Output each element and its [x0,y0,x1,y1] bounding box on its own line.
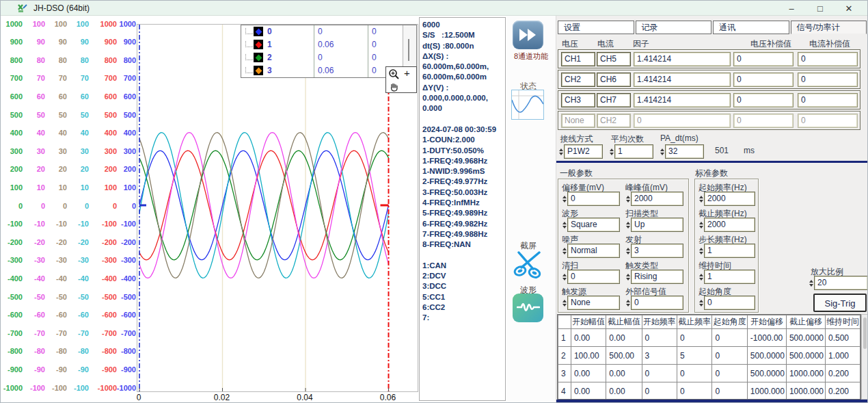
param-截止频率(Hz)-value[interactable]: 2000 [704,218,755,232]
table-cell[interactable]: 5 [677,347,712,365]
spinner-arrows-icon[interactable] [698,270,704,284]
table-cell[interactable]: 0 [642,365,677,382]
spin-down-icon[interactable] [809,284,813,287]
param-波形-value[interactable]: Square [567,218,620,232]
param-清扫-value[interactable]: 0 [567,270,620,284]
param-噪声-value[interactable]: Normal [567,244,620,258]
voltage-comp-input[interactable]: 0 [733,73,794,87]
spin-down-icon[interactable] [699,252,703,255]
param-峰峰值(mV)[interactable]: 2000 [625,192,683,206]
spin-down-icon[interactable] [626,200,630,203]
spin-down-icon[interactable] [699,304,703,307]
spinner-arrows-icon[interactable] [625,192,631,206]
table-cell[interactable]: 0 [712,382,747,400]
legend-row[interactable]: 000 [241,25,416,38]
pa-dt-spinner[interactable]: 32 [659,144,704,159]
spin-up-icon[interactable] [562,274,567,276]
spinner-arrows-icon[interactable] [698,296,704,310]
table-cell[interactable]: 0 [712,329,747,347]
spin-up-icon[interactable] [699,274,703,276]
spinner-arrows-icon[interactable] [561,192,567,206]
table-cell[interactable]: 500.0000 [786,347,825,365]
spin-down-icon[interactable] [562,200,567,203]
table-cell[interactable]: 0.200 [825,382,860,400]
average-count-spinner[interactable]: 1 [608,144,653,159]
param-外部信号值[interactable]: 0 [625,296,683,310]
status-thumbnail-button[interactable] [511,90,544,120]
table-cell[interactable]: 0.00 [571,365,606,382]
spin-up-icon[interactable] [610,148,614,151]
param-噪声[interactable]: Normal [561,244,620,258]
table-cell[interactable]: 0.500 [825,329,860,347]
table-cell[interactable]: -1000.00 [747,329,786,347]
pa-dt-spinner-value[interactable]: 32 [665,144,704,159]
spin-down-icon[interactable] [626,252,630,255]
legend-row[interactable]: 10.060 [241,38,416,51]
table-cell[interactable]: 100.00 [571,347,606,365]
spinner-arrows-icon[interactable] [625,218,631,232]
spinner-arrows-icon[interactable] [561,244,567,258]
param-步长频率(Hz)[interactable]: 1 [698,244,755,258]
spin-up-icon[interactable] [562,248,567,250]
spin-up-icon[interactable] [699,222,703,224]
spin-up-icon[interactable] [562,300,567,302]
spin-down-icon[interactable] [699,226,703,229]
tab-信号/功率计[interactable]: 信号/功率计 [791,21,867,34]
table-cell[interactable]: 0.00 [571,329,606,347]
param-起始角度[interactable]: 0 [698,296,755,310]
param-触发类型-value[interactable]: Rising [631,270,683,284]
param-起始频率(Hz)[interactable]: 2000 [698,192,755,206]
table-cell[interactable]: 1000.000 [786,365,825,382]
pan-hand-icon[interactable] [389,81,400,92]
screenshot-button[interactable] [512,248,545,278]
minimize-button[interactable]: – [777,1,806,16]
spin-down-icon[interactable] [610,153,614,155]
average-count-spinner-value[interactable]: 1 [614,144,653,159]
spinner-arrows-icon[interactable] [561,218,567,232]
param-起始频率(Hz)-value[interactable]: 2000 [704,192,755,206]
table-cell[interactable]: 3 [642,347,677,365]
param-触发源[interactable]: None [561,296,620,310]
table-cell[interactable]: 500.00 [606,347,642,365]
spin-up-icon[interactable] [809,280,813,283]
table-cell[interactable]: 0.00 [606,382,642,400]
spinner-arrows-icon[interactable] [698,244,704,258]
tab-设置[interactable]: 设置 [558,21,634,34]
table-cell[interactable]: 0.00 [606,329,642,347]
voltage-channel-select[interactable]: CH1 [561,52,595,66]
current-comp-input[interactable]: 0 [798,52,858,66]
current-comp-input[interactable]: 0 [798,73,858,87]
factor-input[interactable]: 1.414214 [634,93,731,107]
waveform-button[interactable] [513,294,543,322]
spin-down-icon[interactable] [562,278,567,281]
param-维持时间[interactable]: 1 [698,270,755,284]
param-步长频率(Hz)-value[interactable]: 1 [704,244,755,258]
param-扫描类型[interactable]: Up [625,218,683,232]
spin-down-icon[interactable] [626,226,630,229]
table-cell[interactable]: 500.0000 [747,365,786,382]
spinner-arrows-icon[interactable] [808,276,814,290]
spin-down-icon[interactable] [562,252,567,255]
table-scroll-thumb[interactable] [863,317,867,349]
table-cell[interactable]: 500.0000 [747,347,786,365]
waveform-plot[interactable]: 00010.06020030.0604 + [137,24,418,392]
spin-up-icon[interactable] [626,248,630,250]
spin-up-icon[interactable] [562,222,567,224]
spinner-arrows-icon[interactable] [625,270,631,284]
param-波形[interactable]: Square [561,218,620,232]
param-发射[interactable]: 3 [625,244,683,258]
table-cell[interactable]: 0.200 [825,365,860,382]
spin-up-icon[interactable] [626,274,630,276]
spinner-arrows-icon[interactable] [561,270,567,284]
param-外部信号值-value[interactable]: 0 [631,296,683,310]
spin-up-icon[interactable] [699,248,703,250]
table-cell[interactable]: 1000.000 [786,382,825,400]
spin-down-icon[interactable] [699,278,703,281]
table-cell[interactable]: 0 [677,329,712,347]
param-起始角度-value[interactable]: 0 [704,296,755,310]
close-button[interactable]: ✕ [835,1,863,16]
table-scrollbar[interactable] [861,314,868,400]
spinner-arrows-icon[interactable] [558,144,564,159]
current-comp-input[interactable]: 0 [798,93,858,107]
spin-down-icon[interactable] [559,153,563,155]
